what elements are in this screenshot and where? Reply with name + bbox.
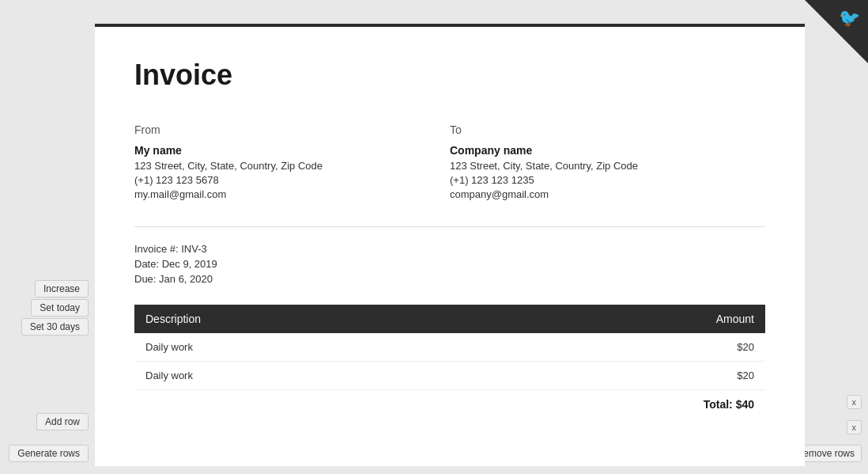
set-today-button[interactable]: Set today — [31, 299, 89, 317]
invoice-date: Date: Dec 9, 2019 — [134, 258, 765, 270]
table-row: Daily work$20 — [134, 362, 765, 390]
generate-rows-container: Generate rows — [0, 445, 95, 462]
to-email: company@gmail.com — [450, 188, 765, 200]
invoice-title: Invoice — [134, 59, 765, 92]
invoice-meta: Invoice #: INV-3 Date: Dec 9, 2019 Due: … — [134, 243, 765, 285]
description-cell: Daily work — [134, 333, 489, 362]
total-row: Total: $40 — [134, 390, 765, 419]
left-sidebar: Increase Set today Set 30 days — [0, 0, 95, 474]
from-label: From — [134, 123, 450, 136]
generate-rows-button[interactable]: Generate rows — [9, 445, 89, 462]
from-phone: (+1) 123 123 5678 — [134, 174, 450, 186]
invoice-number: Invoice #: INV-3 — [134, 243, 765, 255]
corner-icon: 🐦 — [839, 8, 860, 28]
set-30-days-button[interactable]: Set 30 days — [21, 318, 89, 336]
to-phone: (+1) 123 123 1235 — [450, 174, 765, 186]
invoice-document: Invoice From My name 123 Street, City, S… — [95, 24, 805, 466]
invoice-due: Due: Jan 6, 2020 — [134, 273, 765, 285]
from-block: From My name 123 Street, City, State, Co… — [134, 123, 450, 203]
table-row: Daily work$20 — [134, 333, 765, 362]
to-label: To — [450, 123, 765, 136]
amount-cell: $20 — [489, 333, 765, 362]
remove-row-2-button[interactable]: x — [847, 420, 862, 434]
amount-header: Amount — [489, 305, 765, 333]
to-name: Company name — [450, 144, 765, 157]
increase-button[interactable]: Increase — [35, 280, 89, 298]
add-row-button[interactable]: Add row — [36, 413, 89, 430]
to-block: To Company name 123 Street, City, State,… — [450, 123, 765, 203]
address-section: From My name 123 Street, City, State, Co… — [134, 123, 765, 203]
to-address: 123 Street, City, State, Country, Zip Co… — [450, 160, 765, 172]
divider — [134, 226, 765, 227]
description-header: Description — [134, 305, 489, 333]
total-label: Total: $40 — [704, 398, 754, 411]
remove-row-1-button[interactable]: x — [847, 395, 862, 409]
from-address: 123 Street, City, State, Country, Zip Co… — [134, 160, 450, 172]
from-name: My name — [134, 144, 450, 157]
description-cell: Daily work — [134, 362, 489, 390]
amount-cell: $20 — [489, 362, 765, 390]
right-sidebar: x x Remove rows — [805, 0, 868, 474]
invoice-table: Description Amount Daily work$20Daily wo… — [134, 305, 765, 390]
from-email: my.mail@gmail.com — [134, 188, 450, 200]
add-row-container: Add row — [0, 413, 95, 430]
table-header-row: Description Amount — [134, 305, 765, 333]
